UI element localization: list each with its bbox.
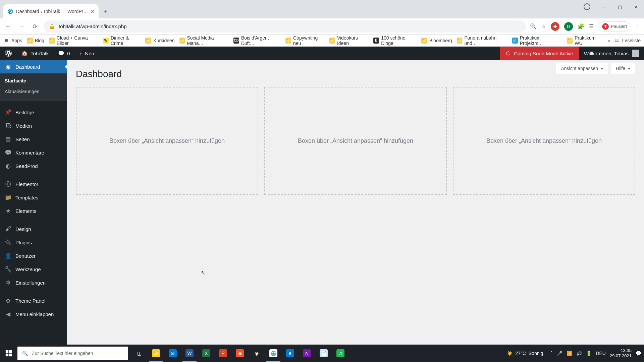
zoom-icon[interactable]: 🔍: [530, 23, 537, 29]
admin-sidebar: ◉ Dashboard Startseite Aktualisierungen …: [0, 60, 67, 345]
sidebar-item-pages[interactable]: ▤Seiten: [0, 132, 67, 146]
reading-list-button[interactable]: 📖 Leseliste: [614, 38, 641, 44]
bookmark-star-icon[interactable]: ☆: [541, 23, 546, 29]
taskbar-app-excel[interactable]: X: [198, 345, 215, 362]
folder-icon: 📁: [285, 38, 291, 44]
sidebar-item-media[interactable]: 🖼Medien: [0, 119, 67, 132]
sidebar-item-comments[interactable]: 💬Kommentare: [0, 146, 67, 159]
user-greeting[interactable]: Willkommen, Tobias: [579, 50, 644, 57]
sidebar-item-elements[interactable]: ★Elements: [0, 204, 67, 218]
bookmark-item[interactable]: WDinner & Crime: [103, 35, 141, 46]
sidebar-item-plugins[interactable]: 🔌Plugins: [0, 236, 67, 249]
tray-chevron-icon[interactable]: ˄: [550, 351, 553, 356]
bookmarks-overflow-icon[interactable]: »: [607, 38, 610, 43]
folder-icon: 📁: [179, 38, 185, 44]
wp-logo[interactable]: [0, 47, 17, 60]
sidebar-sub-home[interactable]: Startseite: [0, 75, 67, 86]
help-button[interactable]: Hilfe▾: [611, 63, 635, 74]
browser-tab-active[interactable]: Dashboard ‹ TobiTalk — WordPr… ✕: [3, 4, 99, 18]
tray-notifications-icon[interactable]: 💬: [636, 351, 641, 356]
taskbar-app-powerpoint[interactable]: P: [215, 345, 231, 362]
tray-language[interactable]: DEU: [596, 351, 606, 356]
svg-rect-5: [6, 354, 8, 356]
extension-adblock-icon[interactable]: ✚: [551, 22, 559, 31]
address-bar[interactable]: 🔒 tobitalk.at/wp-admin/index.php: [44, 20, 526, 33]
extension-grammarly-icon[interactable]: G: [564, 22, 573, 31]
start-button[interactable]: [0, 345, 17, 362]
taskbar-app-mail[interactable]: ✉: [164, 345, 181, 362]
taskbar-app-explorer[interactable]: 📁: [148, 345, 164, 362]
sidebar-item-tools[interactable]: 🔧Werkzeuge: [0, 262, 67, 276]
collapse-icon: ◀: [5, 311, 11, 317]
bookmark-item[interactable]: 📁Videokurs Ideen: [329, 35, 369, 46]
profile-paused-chip[interactable]: T Pausiert: [598, 21, 631, 32]
profile-paused-label: Pausiert: [611, 24, 627, 29]
new-tab-button[interactable]: +: [101, 6, 111, 16]
tab-close-icon[interactable]: ✕: [91, 9, 95, 14]
sidebar-item-users[interactable]: 👤Benutzer: [0, 249, 67, 262]
tray-wifi-icon[interactable]: 📶: [567, 351, 572, 356]
taskbar-weather[interactable]: ☀️ 27°C Sonnig: [507, 351, 543, 356]
bookmark-item[interactable]: 📁Social Media Mana…: [179, 35, 229, 46]
window-minimize[interactable]: ─: [596, 0, 612, 13]
chrome-menu-icon[interactable]: ⋮: [635, 23, 641, 29]
taskbar-app-spotify[interactable]: ♫: [332, 345, 349, 362]
bookmark-item[interactable]: 📁Kursideen: [145, 38, 174, 44]
site-name-link[interactable]: 🏠 TobiTalk: [17, 47, 53, 60]
taskbar-app-onenote[interactable]: N: [299, 345, 315, 362]
sidebar-item-appearance[interactable]: 🖌Design: [0, 222, 67, 236]
dashboard-box-placeholder[interactable]: Boxen über „Ansicht anpassen“ hinzufügen: [264, 87, 447, 195]
screen-options-button[interactable]: Ansicht anpassen▾: [556, 63, 608, 74]
sidebar-item-dashboard[interactable]: ◉ Dashboard: [0, 60, 67, 73]
nav-reload-button[interactable]: ⟳: [30, 22, 40, 31]
sidebar-item-seedprod[interactable]: ◐SeedProd: [0, 159, 67, 173]
sidebar-item-elementor[interactable]: ⓔElementor: [0, 177, 67, 191]
coming-soon-badge[interactable]: ⬡ Coming Soon Mode Active: [500, 47, 579, 60]
comment-icon: 💬: [5, 149, 11, 156]
nav-back-button[interactable]: ←: [3, 22, 13, 31]
apps-shortcut[interactable]: ▦ Apps: [3, 38, 22, 44]
tray-volume-icon[interactable]: 🔊: [576, 351, 582, 356]
extensions-puzzle-icon[interactable]: 🧩: [578, 23, 584, 29]
window-close[interactable]: ✕: [628, 0, 644, 13]
tray-mic-icon[interactable]: 🎤: [557, 351, 562, 356]
taskbar-clock[interactable]: 13:35 29.07.2021: [610, 348, 632, 359]
task-view-button[interactable]: ◫: [131, 345, 148, 362]
user-icon: 👤: [5, 252, 11, 259]
taskbar-app-brave[interactable]: ◆: [231, 345, 248, 362]
taskbar-app-obs[interactable]: ◉: [248, 345, 265, 362]
folder-icon: 📁: [329, 38, 335, 44]
comments-link[interactable]: 💬 0: [53, 47, 74, 60]
chevron-down-icon: ▾: [628, 66, 630, 71]
dashboard-box-placeholder[interactable]: Boxen über „Ansicht anpassen“ hinzufügen: [76, 87, 258, 195]
bookmark-item[interactable]: 📁Copywriting neu: [285, 35, 325, 46]
bookmark-item[interactable]: inPraktikum Projektm…: [512, 35, 562, 46]
sidebar-item-themepanel[interactable]: ✿Theme Panel: [0, 294, 67, 307]
bookmark-item[interactable]: CDBois d'Argent Duft…: [233, 35, 281, 46]
bookmark-item[interactable]: 📁Bloomberg: [421, 38, 452, 44]
bookmark-item[interactable]: 📁Blog: [27, 38, 44, 44]
sidebar-sub-updates[interactable]: Aktualisierungen: [0, 86, 67, 97]
folder-icon: 📁: [145, 38, 151, 44]
sidebar-item-settings[interactable]: ⚙Einstellungen: [0, 276, 67, 289]
bookmark-item[interactable]: 📁Praktikum WU: [567, 35, 603, 46]
chrome-account-indicator[interactable]: [584, 3, 590, 10]
taskbar-app-chrome[interactable]: 🌐: [265, 345, 282, 362]
bookmark-item[interactable]: 📁Cload + Canva Bilder: [49, 35, 98, 46]
sidebar-item-posts[interactable]: 📌Beiträge: [0, 106, 67, 119]
window-maximize[interactable]: ▢: [612, 0, 628, 13]
bookmark-item[interactable]: 📁Panoramabahn und…: [457, 35, 507, 46]
reading-list-icon[interactable]: ☰: [589, 23, 594, 29]
svg-rect-6: [9, 354, 12, 356]
taskbar-app-notepad[interactable]: 📄: [315, 345, 332, 362]
new-content-link[interactable]: + Neu: [75, 47, 99, 60]
taskbar-app-edge[interactable]: e: [282, 345, 299, 362]
plug-icon: 🔌: [5, 239, 11, 246]
taskbar-app-word[interactable]: W: [181, 345, 198, 362]
bookmark-item[interactable]: B100 schöne Dinge: [373, 35, 417, 46]
tray-battery-icon[interactable]: 🔋: [586, 351, 592, 356]
sidebar-collapse[interactable]: ◀Menü einklappen: [0, 307, 67, 321]
sidebar-item-templates[interactable]: 📁Templates: [0, 191, 67, 204]
taskbar-search[interactable]: 🔍 Zur Suche Text hier eingeben: [17, 347, 128, 360]
dashboard-box-placeholder[interactable]: Boxen über „Ansicht anpassen“ hinzufügen: [453, 87, 635, 195]
